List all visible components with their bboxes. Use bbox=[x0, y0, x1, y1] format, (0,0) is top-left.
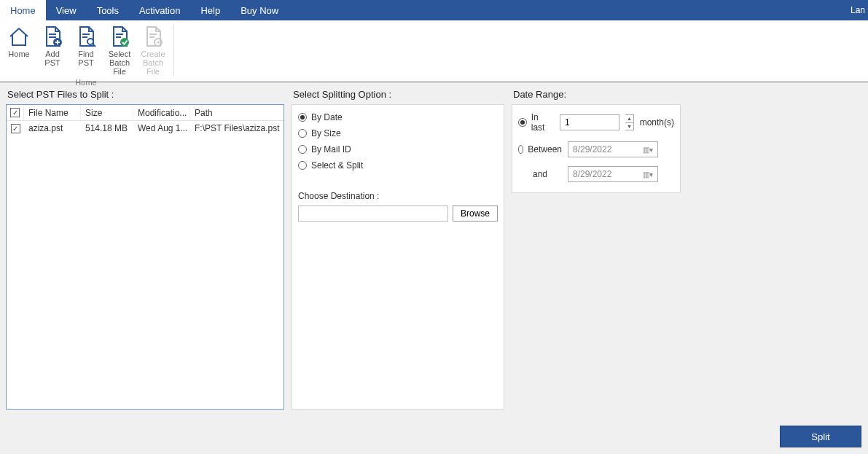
file-list-title: Select PST Files to Split : bbox=[6, 86, 284, 104]
cell-modification: Wed Aug 1... bbox=[133, 121, 190, 136]
destination-label: Choose Destination : bbox=[298, 191, 498, 201]
menu-tab-label: Buy Now bbox=[241, 5, 278, 16]
menu-tab-home[interactable]: Home bbox=[0, 0, 46, 20]
in-last-label: In last bbox=[531, 112, 554, 133]
file-check-icon bbox=[108, 25, 131, 48]
column-header-modification[interactable]: Modificatio... bbox=[133, 105, 190, 120]
option-by-mail-id[interactable]: By Mail ID bbox=[298, 141, 498, 157]
calendar-dropdown-icon: ▥▾ bbox=[643, 171, 653, 179]
ribbon-select-batch-button[interactable]: SelectBatch File bbox=[103, 23, 136, 76]
main-area: Select PST Files to Split : ✓ File Name … bbox=[0, 83, 868, 410]
ribbon-add-pst-button[interactable]: AddPST bbox=[36, 23, 69, 76]
ribbon-create-batch-button: CreateBatch File bbox=[137, 23, 169, 76]
radio-icon bbox=[518, 118, 527, 127]
ribbon: Home AddPST FindPST SelectBatch File Cre… bbox=[0, 20, 868, 82]
cell-size: 514.18 MB bbox=[81, 121, 133, 136]
ribbon-label2: PST bbox=[78, 58, 93, 67]
menubar: Home View Tools Activation Help Buy Now … bbox=[0, 0, 868, 20]
ribbon-group-home: Home AddPST FindPST SelectBatch File Cre… bbox=[3, 23, 169, 87]
option-label: Select & Split bbox=[311, 160, 363, 171]
menu-tab-label: Tools bbox=[97, 5, 119, 16]
split-button-label: Split bbox=[811, 431, 829, 442]
ribbon-label2: PST bbox=[44, 58, 60, 67]
split-button[interactable]: Split bbox=[780, 426, 861, 447]
option-label: By Date bbox=[311, 112, 343, 122]
table-row[interactable]: ✓ aziza.pst 514.18 MB Wed Aug 1... F:\PS… bbox=[7, 121, 284, 136]
ribbon-home-button[interactable]: Home bbox=[3, 23, 35, 76]
and-label: and bbox=[518, 169, 562, 179]
date-to-value: 8/29/2022 bbox=[573, 169, 611, 179]
spin-up-icon[interactable]: ▲ bbox=[625, 115, 633, 123]
ribbon-separator bbox=[173, 25, 174, 76]
radio-icon bbox=[298, 145, 307, 154]
date-from-input[interactable]: 8/29/2022 ▥▾ bbox=[568, 141, 658, 157]
menu-tab-label: View bbox=[56, 5, 77, 16]
between-row: Between 8/29/2022 ▥▾ bbox=[518, 141, 674, 157]
row-checkbox[interactable]: ✓ bbox=[7, 121, 24, 136]
date-range-panel: Date Range: In last ▲ ▼ month(s) Between bbox=[512, 86, 681, 410]
spin-down-icon[interactable]: ▼ bbox=[625, 123, 633, 130]
option-by-size[interactable]: By Size bbox=[298, 125, 498, 141]
option-by-date[interactable]: By Date bbox=[298, 109, 498, 125]
svg-point-15 bbox=[157, 42, 160, 44]
radio-icon bbox=[298, 161, 307, 170]
file-search-icon bbox=[74, 25, 98, 48]
file-list-header: ✓ File Name Size Modificatio... Path bbox=[7, 105, 284, 121]
between-option[interactable]: Between bbox=[518, 144, 562, 154]
file-list-panel: Select PST Files to Split : ✓ File Name … bbox=[6, 86, 284, 410]
menu-language[interactable]: Lan bbox=[848, 0, 868, 20]
ribbon-label: Select bbox=[109, 50, 131, 58]
column-label: Size bbox=[85, 108, 102, 118]
option-label: By Mail ID bbox=[311, 144, 351, 154]
menu-tab-view[interactable]: View bbox=[46, 0, 87, 20]
menu-tab-activation[interactable]: Activation bbox=[129, 0, 190, 20]
browse-label: Browse bbox=[461, 208, 490, 219]
ribbon-label2: Batch File bbox=[109, 58, 130, 76]
date-from-value: 8/29/2022 bbox=[573, 144, 611, 154]
calendar-dropdown-icon: ▥▾ bbox=[643, 146, 653, 154]
svg-point-11 bbox=[120, 38, 129, 47]
column-header-path[interactable]: Path bbox=[190, 105, 284, 120]
months-spinner[interactable]: ▲ ▼ bbox=[625, 114, 634, 130]
radio-icon bbox=[298, 129, 307, 138]
ribbon-find-pst-button[interactable]: FindPST bbox=[70, 23, 102, 76]
home-icon bbox=[7, 25, 31, 48]
column-label: Modificatio... bbox=[138, 108, 187, 118]
ribbon-label: Find bbox=[78, 50, 93, 58]
months-input[interactable] bbox=[560, 114, 619, 130]
ribbon-label: Home bbox=[8, 50, 29, 58]
cell-path: F:\PST Files\aziza.pst bbox=[190, 121, 284, 136]
column-header-size[interactable]: Size bbox=[81, 105, 133, 120]
browse-button[interactable]: Browse bbox=[453, 206, 498, 222]
menu-tab-help[interactable]: Help bbox=[190, 0, 230, 20]
column-header-name[interactable]: File Name bbox=[24, 105, 81, 120]
in-last-row: In last ▲ ▼ month(s) bbox=[518, 112, 674, 133]
radio-icon bbox=[298, 113, 307, 122]
option-select-split[interactable]: Select & Split bbox=[298, 157, 498, 173]
and-row: and 8/29/2022 ▥▾ bbox=[518, 166, 674, 182]
menu-tab-tools[interactable]: Tools bbox=[87, 0, 129, 20]
between-label: Between bbox=[528, 144, 562, 154]
select-all-checkbox[interactable]: ✓ bbox=[7, 105, 24, 120]
svg-point-7 bbox=[87, 39, 93, 44]
ribbon-label: Create bbox=[141, 50, 165, 58]
column-label: Path bbox=[195, 108, 213, 118]
cell-name: aziza.pst bbox=[24, 121, 81, 136]
file-add-icon bbox=[41, 25, 64, 48]
date-to-input[interactable]: 8/29/2022 ▥▾ bbox=[568, 166, 658, 182]
file-gear-icon bbox=[141, 25, 165, 48]
radio-icon bbox=[518, 145, 523, 154]
menu-tab-label: Activation bbox=[139, 5, 180, 16]
split-options-panel: Select Splitting Option : By Date By Siz… bbox=[292, 86, 504, 410]
option-label: By Size bbox=[311, 128, 341, 138]
menu-tab-buynow[interactable]: Buy Now bbox=[230, 0, 289, 20]
menu-language-label: Lan bbox=[851, 5, 865, 15]
menu-tab-label: Help bbox=[200, 5, 220, 16]
file-list: ✓ File Name Size Modificatio... Path ✓ a… bbox=[6, 104, 284, 410]
in-last-option[interactable]: In last bbox=[518, 112, 554, 133]
ribbon-label: Add bbox=[45, 50, 60, 58]
destination-input[interactable] bbox=[298, 206, 448, 222]
date-range-box: In last ▲ ▼ month(s) Between 8/29/2022 ▥… bbox=[512, 104, 681, 193]
column-label: File Name bbox=[28, 108, 69, 118]
split-options-title: Select Splitting Option : bbox=[292, 86, 504, 104]
